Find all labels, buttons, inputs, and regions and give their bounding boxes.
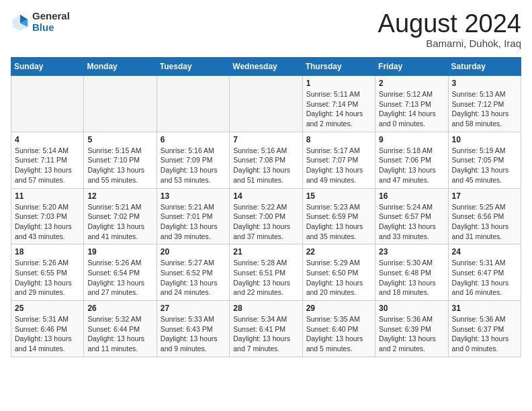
logo-blue: Blue <box>32 22 70 34</box>
calendar-cell: 14Sunrise: 5:22 AM Sunset: 7:00 PM Dayli… <box>230 188 302 244</box>
weekday-header-thursday: Thursday <box>302 58 375 76</box>
day-number: 13 <box>161 191 226 201</box>
calendar-cell: 29Sunrise: 5:35 AM Sunset: 6:40 PM Dayli… <box>302 301 375 357</box>
calendar-cell: 25Sunrise: 5:31 AM Sunset: 6:46 PM Dayli… <box>11 301 84 357</box>
calendar-cell: 21Sunrise: 5:28 AM Sunset: 6:51 PM Dayli… <box>230 244 302 301</box>
day-number: 10 <box>452 135 517 144</box>
calendar-cell: 15Sunrise: 5:23 AM Sunset: 6:59 PM Dayli… <box>302 188 375 244</box>
day-number: 28 <box>233 304 298 313</box>
calendar-cell: 28Sunrise: 5:34 AM Sunset: 6:41 PM Dayli… <box>230 301 302 357</box>
weekday-header-sunday: Sunday <box>11 58 84 76</box>
day-info: Sunrise: 5:19 AM Sunset: 7:05 PM Dayligh… <box>452 146 517 185</box>
calendar-cell: 1Sunrise: 5:11 AM Sunset: 7:14 PM Daylig… <box>302 76 375 132</box>
day-number: 6 <box>161 135 226 144</box>
day-info: Sunrise: 5:20 AM Sunset: 7:03 PM Dayligh… <box>15 202 80 242</box>
day-number: 26 <box>87 304 152 313</box>
calendar-cell: 18Sunrise: 5:26 AM Sunset: 6:55 PM Dayli… <box>11 244 84 301</box>
calendar-cell: 16Sunrise: 5:24 AM Sunset: 6:57 PM Dayli… <box>375 188 448 244</box>
calendar-cell: 27Sunrise: 5:33 AM Sunset: 6:43 PM Dayli… <box>157 301 229 357</box>
day-info: Sunrise: 5:21 AM Sunset: 7:01 PM Dayligh… <box>161 202 226 242</box>
day-number: 4 <box>15 135 80 144</box>
calendar-cell: 22Sunrise: 5:29 AM Sunset: 6:50 PM Dayli… <box>302 244 375 301</box>
calendar-cell: 6Sunrise: 5:16 AM Sunset: 7:09 PM Daylig… <box>157 132 229 188</box>
calendar-cell: 31Sunrise: 5:36 AM Sunset: 6:37 PM Dayli… <box>448 301 521 357</box>
day-info: Sunrise: 5:16 AM Sunset: 7:08 PM Dayligh… <box>233 146 298 185</box>
header: General Blue August 2024 Bamarni, Duhok,… <box>11 11 521 49</box>
day-info: Sunrise: 5:30 AM Sunset: 6:48 PM Dayligh… <box>379 258 444 298</box>
day-number: 29 <box>306 304 371 313</box>
calendar-cell: 19Sunrise: 5:26 AM Sunset: 6:54 PM Dayli… <box>84 244 157 301</box>
day-info: Sunrise: 5:27 AM Sunset: 6:52 PM Dayligh… <box>161 258 226 298</box>
logo-general: General <box>32 11 70 22</box>
calendar-cell: 17Sunrise: 5:25 AM Sunset: 6:56 PM Dayli… <box>448 188 521 244</box>
weekday-header-monday: Monday <box>84 58 157 76</box>
calendar-week-row: 25Sunrise: 5:31 AM Sunset: 6:46 PM Dayli… <box>11 301 521 357</box>
day-number: 11 <box>15 191 80 201</box>
day-info: Sunrise: 5:26 AM Sunset: 6:55 PM Dayligh… <box>15 258 80 298</box>
day-info: Sunrise: 5:15 AM Sunset: 7:10 PM Dayligh… <box>87 146 152 185</box>
calendar-cell: 10Sunrise: 5:19 AM Sunset: 7:05 PM Dayli… <box>448 132 521 188</box>
calendar-cell: 24Sunrise: 5:31 AM Sunset: 6:47 PM Dayli… <box>448 244 521 301</box>
day-info: Sunrise: 5:29 AM Sunset: 6:50 PM Dayligh… <box>306 258 371 298</box>
day-number: 23 <box>379 247 444 257</box>
day-number: 1 <box>306 79 371 88</box>
calendar-cell <box>230 76 302 132</box>
day-info: Sunrise: 5:14 AM Sunset: 7:11 PM Dayligh… <box>15 146 80 185</box>
calendar-cell: 3Sunrise: 5:13 AM Sunset: 7:12 PM Daylig… <box>448 76 521 132</box>
day-number: 2 <box>379 79 444 88</box>
month-year-title: August 2024 <box>378 11 521 36</box>
day-info: Sunrise: 5:36 AM Sunset: 6:39 PM Dayligh… <box>379 314 444 354</box>
location-subtitle: Bamarni, Duhok, Iraq <box>378 38 521 49</box>
day-info: Sunrise: 5:16 AM Sunset: 7:09 PM Dayligh… <box>161 146 226 185</box>
day-number: 27 <box>161 304 226 313</box>
logo-text: General Blue <box>32 11 70 33</box>
calendar-cell <box>84 76 157 132</box>
day-number: 30 <box>379 304 444 313</box>
day-info: Sunrise: 5:18 AM Sunset: 7:06 PM Dayligh… <box>379 146 444 185</box>
calendar-cell: 26Sunrise: 5:32 AM Sunset: 6:44 PM Dayli… <box>84 301 157 357</box>
day-number: 14 <box>233 191 298 201</box>
day-number: 19 <box>87 247 152 257</box>
day-number: 17 <box>452 191 517 201</box>
calendar-cell: 13Sunrise: 5:21 AM Sunset: 7:01 PM Dayli… <box>157 188 229 244</box>
title-block: August 2024 Bamarni, Duhok, Iraq <box>378 11 521 49</box>
calendar-cell: 2Sunrise: 5:12 AM Sunset: 7:13 PM Daylig… <box>375 76 448 132</box>
calendar-cell: 4Sunrise: 5:14 AM Sunset: 7:11 PM Daylig… <box>11 132 84 188</box>
calendar-cell: 23Sunrise: 5:30 AM Sunset: 6:48 PM Dayli… <box>375 244 448 301</box>
weekday-header-row: SundayMondayTuesdayWednesdayThursdayFrid… <box>11 58 521 76</box>
logo-icon <box>11 13 30 32</box>
day-info: Sunrise: 5:13 AM Sunset: 7:12 PM Dayligh… <box>452 89 517 129</box>
day-number: 15 <box>306 191 371 201</box>
calendar-cell <box>157 76 229 132</box>
day-info: Sunrise: 5:11 AM Sunset: 7:14 PM Dayligh… <box>306 89 371 129</box>
day-info: Sunrise: 5:17 AM Sunset: 7:07 PM Dayligh… <box>306 146 371 185</box>
day-number: 9 <box>379 135 444 144</box>
calendar-week-row: 4Sunrise: 5:14 AM Sunset: 7:11 PM Daylig… <box>11 132 521 188</box>
day-number: 3 <box>452 79 517 88</box>
day-info: Sunrise: 5:24 AM Sunset: 6:57 PM Dayligh… <box>379 202 444 242</box>
day-number: 21 <box>233 247 298 257</box>
calendar-table: SundayMondayTuesdayWednesdayThursdayFrid… <box>11 57 521 357</box>
day-info: Sunrise: 5:28 AM Sunset: 6:51 PM Dayligh… <box>233 258 298 298</box>
day-info: Sunrise: 5:23 AM Sunset: 6:59 PM Dayligh… <box>306 202 371 242</box>
day-number: 24 <box>452 247 517 257</box>
day-number: 8 <box>306 135 371 144</box>
day-number: 16 <box>379 191 444 201</box>
calendar-week-row: 18Sunrise: 5:26 AM Sunset: 6:55 PM Dayli… <box>11 244 521 301</box>
logo: General Blue <box>11 11 70 33</box>
calendar-cell: 11Sunrise: 5:20 AM Sunset: 7:03 PM Dayli… <box>11 188 84 244</box>
day-info: Sunrise: 5:31 AM Sunset: 6:47 PM Dayligh… <box>452 258 517 298</box>
day-info: Sunrise: 5:22 AM Sunset: 7:00 PM Dayligh… <box>233 202 298 242</box>
day-number: 18 <box>15 247 80 257</box>
day-number: 31 <box>452 304 517 313</box>
day-number: 25 <box>15 304 80 313</box>
calendar-cell: 9Sunrise: 5:18 AM Sunset: 7:06 PM Daylig… <box>375 132 448 188</box>
day-info: Sunrise: 5:12 AM Sunset: 7:13 PM Dayligh… <box>379 89 444 129</box>
day-info: Sunrise: 5:36 AM Sunset: 6:37 PM Dayligh… <box>452 314 517 354</box>
calendar-cell: 20Sunrise: 5:27 AM Sunset: 6:52 PM Dayli… <box>157 244 229 301</box>
day-number: 7 <box>233 135 298 144</box>
calendar-cell: 30Sunrise: 5:36 AM Sunset: 6:39 PM Dayli… <box>375 301 448 357</box>
day-info: Sunrise: 5:26 AM Sunset: 6:54 PM Dayligh… <box>87 258 152 298</box>
calendar-cell: 8Sunrise: 5:17 AM Sunset: 7:07 PM Daylig… <box>302 132 375 188</box>
weekday-header-saturday: Saturday <box>448 58 521 76</box>
